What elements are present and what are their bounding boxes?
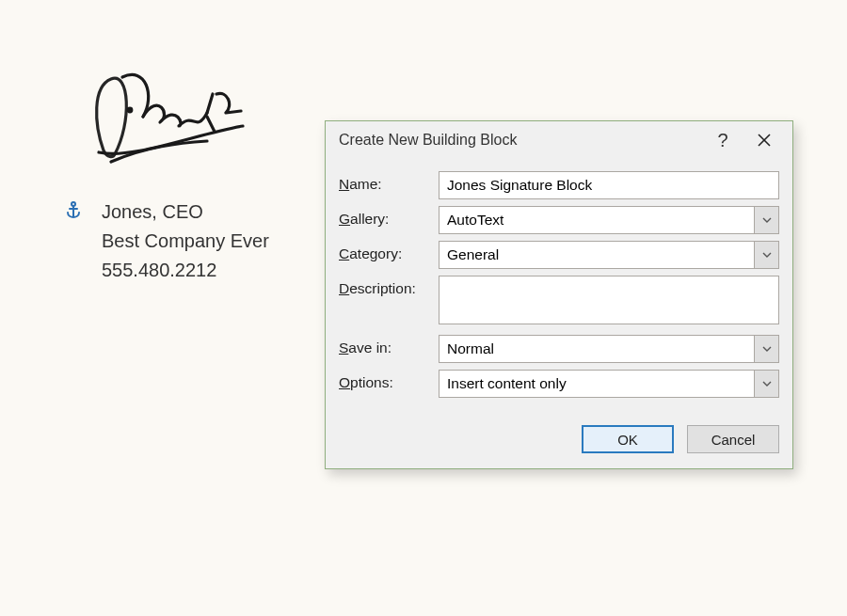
description-input[interactable] <box>439 276 779 324</box>
chevron-down-icon[interactable] <box>755 206 779 234</box>
savein-value: Normal <box>439 335 755 363</box>
category-label: Category: <box>339 241 439 262</box>
category-select[interactable]: General <box>439 241 779 269</box>
signature-image <box>66 68 273 171</box>
gallery-select[interactable]: AutoText <box>439 206 779 234</box>
options-value: Insert content only <box>439 370 755 398</box>
cancel-button[interactable]: Cancel <box>687 425 779 453</box>
create-building-block-dialog: Create New Building Block ? Name: Galler… <box>325 120 793 469</box>
category-value: General <box>439 241 755 269</box>
chevron-down-icon[interactable] <box>755 370 779 398</box>
dialog-title: Create New Building Block <box>339 132 702 149</box>
options-select[interactable]: Insert content only <box>439 370 779 398</box>
ok-button[interactable]: OK <box>582 425 674 453</box>
name-label: Name: <box>339 171 439 193</box>
options-label: Options: <box>339 370 439 391</box>
signature-text-block: Jones, CEO Best Company Ever 555.480.221… <box>66 197 269 285</box>
signature-line-2: Best Company Ever <box>102 227 269 256</box>
close-button[interactable] <box>743 126 785 154</box>
gallery-label: Gallery: <box>339 206 439 228</box>
help-button[interactable]: ? <box>702 126 743 154</box>
svg-point-0 <box>128 108 132 112</box>
signature-line-1: Jones, CEO <box>102 197 269 227</box>
signature-line-3: 555.480.2212 <box>102 256 269 285</box>
dialog-titlebar: Create New Building Block ? <box>326 121 792 159</box>
savein-select[interactable]: Normal <box>439 335 779 363</box>
chevron-down-icon[interactable] <box>755 335 779 363</box>
savein-label: Save in: <box>339 335 439 356</box>
gallery-value: AutoText <box>439 206 755 234</box>
name-input[interactable] <box>439 171 779 199</box>
description-label: Description: <box>339 276 439 297</box>
anchor-icon <box>66 201 81 223</box>
chevron-down-icon[interactable] <box>755 241 779 269</box>
